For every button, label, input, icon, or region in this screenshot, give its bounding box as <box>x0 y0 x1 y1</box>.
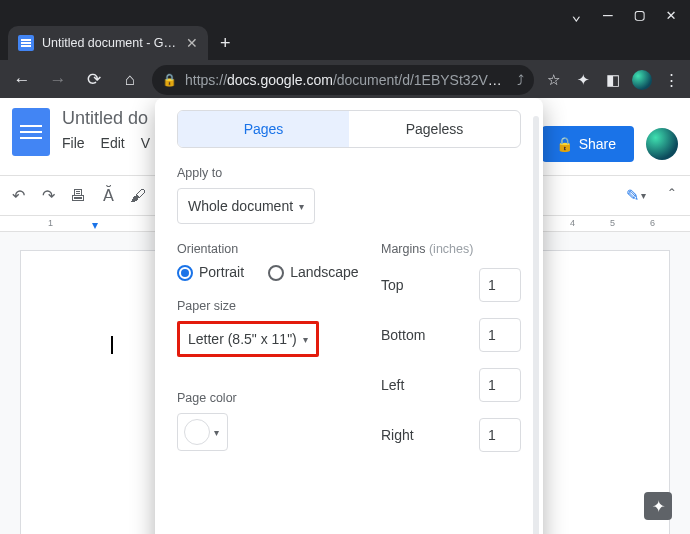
margin-right-label: Right <box>381 427 414 443</box>
apply-to-dropdown[interactable]: Whole document ▾ <box>177 188 315 224</box>
nav-forward-icon[interactable]: → <box>44 70 72 90</box>
spellcheck-icon[interactable]: Ӑ <box>98 186 118 205</box>
ruler-mark: 1 <box>48 218 53 228</box>
window-minimize-icon[interactable]: — <box>603 5 613 24</box>
bookmark-icon[interactable]: ☆ <box>542 71 564 89</box>
tab-pages[interactable]: Pages <box>178 111 349 147</box>
margin-bottom-label: Bottom <box>381 327 425 343</box>
lock-icon: 🔒 <box>162 73 177 87</box>
paper-size-value: Letter (8.5" x 11") <box>188 331 297 347</box>
ruler-mark: 4 <box>570 218 575 228</box>
margin-top-label: Top <box>381 277 404 293</box>
tab-title: Untitled document - Google Do… <box>42 36 180 50</box>
portrait-label: Portrait <box>199 264 244 280</box>
page-setup-tabs: Pages Pageless <box>177 110 521 148</box>
landscape-label: Landscape <box>290 264 359 280</box>
paper-size-dropdown[interactable]: Letter (8.5" x 11") ▾ <box>177 321 319 357</box>
nav-back-icon[interactable]: ← <box>8 70 36 90</box>
browser-profile-avatar[interactable] <box>632 70 652 90</box>
browser-window: ⌄ — ▢ ✕ Untitled document - Google Do… ✕… <box>0 0 690 534</box>
apply-to-value: Whole document <box>188 198 293 214</box>
url-text: https://docs.google.com/document/d/1EBYS… <box>185 72 509 88</box>
window-close-icon[interactable]: ✕ <box>666 5 676 24</box>
menu-view[interactable]: V <box>141 135 150 151</box>
extensions-icon[interactable]: ✦ <box>572 71 594 89</box>
page-color-label: Page color <box>177 391 361 405</box>
margin-left-label: Left <box>381 377 404 393</box>
nav-reload-icon[interactable]: ⟳ <box>80 69 108 90</box>
ruler-mark: 5 <box>610 218 615 228</box>
chevron-down-icon: ▾ <box>303 334 308 345</box>
margin-left-input[interactable] <box>479 368 521 402</box>
address-bar[interactable]: 🔒 https://docs.google.com/document/d/1EB… <box>152 65 534 95</box>
url-path: /document/d/1EBYSt32VhtrH7-q… <box>333 72 509 88</box>
page-color-dropdown[interactable]: ▾ <box>177 413 228 451</box>
menu-edit[interactable]: Edit <box>101 135 125 151</box>
margins-label: Margins (inches) <box>381 242 521 256</box>
share-url-icon[interactable]: ⤴ <box>517 72 524 88</box>
lock-icon: 🔒 <box>556 136 573 152</box>
nav-home-icon[interactable]: ⌂ <box>116 70 144 90</box>
explore-button[interactable]: ✦ <box>644 492 672 520</box>
browser-toolbar: ← → ⟳ ⌂ 🔒 https://docs.google.com/docume… <box>0 60 690 98</box>
color-swatch-icon <box>184 419 210 445</box>
paint-format-icon[interactable]: 🖌 <box>128 187 148 205</box>
text-cursor <box>111 336 113 354</box>
margin-right-input[interactable] <box>479 418 521 452</box>
orientation-landscape-radio[interactable]: Landscape <box>268 264 359 281</box>
orientation-portrait-radio[interactable]: Portrait <box>177 264 244 281</box>
browser-tab[interactable]: Untitled document - Google Do… ✕ <box>8 26 208 60</box>
editing-mode-button[interactable]: ✎ ▾ <box>620 182 652 209</box>
dialog-scrollbar[interactable] <box>533 116 539 534</box>
url-host: docs.google.com <box>227 72 333 88</box>
page-setup-dialog: Pages Pageless Apply to Whole document ▾… <box>155 98 543 534</box>
pencil-icon: ✎ <box>626 186 639 205</box>
window-maximize-icon[interactable]: ▢ <box>635 5 645 24</box>
orientation-label: Orientation <box>177 242 361 256</box>
chevron-down-icon: ▾ <box>214 427 219 438</box>
share-button[interactable]: 🔒 Share <box>542 126 634 162</box>
collapse-icon[interactable]: ˆ <box>662 187 682 205</box>
new-tab-button[interactable]: + <box>208 26 243 60</box>
share-button-label: Share <box>579 136 616 152</box>
window-titlebar: ⌄ — ▢ ✕ <box>0 0 690 24</box>
tab-close-icon[interactable]: ✕ <box>180 35 198 51</box>
redo-icon[interactable]: ↷ <box>38 186 58 205</box>
chevron-down-icon: ▾ <box>641 190 646 201</box>
indent-marker-icon[interactable]: ▾ <box>92 218 98 232</box>
margin-bottom-input[interactable] <box>479 318 521 352</box>
chevron-down-icon: ▾ <box>299 201 304 212</box>
margin-top-input[interactable] <box>479 268 521 302</box>
docs-favicon-icon <box>18 35 34 51</box>
window-dropdown-icon[interactable]: ⌄ <box>571 5 581 24</box>
browser-menu-icon[interactable]: ⋮ <box>660 71 682 89</box>
menu-file[interactable]: File <box>62 135 85 151</box>
paper-size-label: Paper size <box>177 299 361 313</box>
browser-tabstrip: Untitled document - Google Do… ✕ + <box>0 24 690 60</box>
account-avatar[interactable] <box>646 128 678 160</box>
docs-logo-icon[interactable] <box>12 108 50 156</box>
url-proto: https:// <box>185 72 227 88</box>
tab-pageless[interactable]: Pageless <box>349 111 520 147</box>
page-viewport: Untitled do File Edit V 🔒 Share ↶ ↷ 🖶 Ӑ … <box>0 98 690 534</box>
ruler-mark: 6 <box>650 218 655 228</box>
undo-icon[interactable]: ↶ <box>8 186 28 205</box>
side-panel-icon[interactable]: ◧ <box>602 71 624 89</box>
print-icon[interactable]: 🖶 <box>68 187 88 205</box>
apply-to-label: Apply to <box>177 166 521 180</box>
